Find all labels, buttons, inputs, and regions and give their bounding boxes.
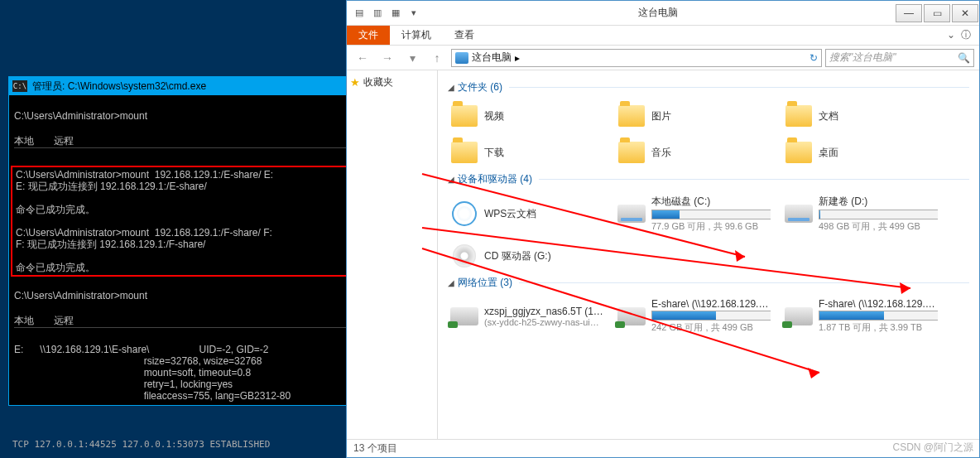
favorites-header[interactable]: ★ 收藏夹	[350, 75, 434, 89]
folder-icon	[785, 105, 812, 127]
cmd-line: C:\Users\Administrator>mount	[14, 110, 147, 122]
ribbon-tabs: 文件 计算机 查看 ⌄ ⓘ	[347, 26, 979, 46]
netloc-eshare[interactable]: E-share\ (\\192.168.129.1) (E:)242 GB 可用…	[615, 296, 772, 335]
search-input[interactable]: 搜索"这台电脑" 🔍	[825, 49, 974, 67]
background-text: TCP 127.0.0.1:44525 127.0.0.1:53073 ESTA…	[12, 439, 270, 450]
cmd-line: C:\Users\Administrator>mount 192.168.129…	[16, 227, 272, 239]
qat-newfolder-icon[interactable]: ▦	[388, 6, 403, 21]
maximize-button[interactable]: ▭	[924, 4, 950, 22]
cmd-line: retry=1, locking=yes	[14, 378, 233, 390]
qat-dropdown-icon[interactable]: ▾	[406, 6, 421, 21]
address-bar[interactable]: 这台电脑 ▸ ↻	[451, 49, 822, 67]
network-drive-icon	[450, 307, 478, 325]
explorer-titlebar[interactable]: ▤ ▥ ▦ ▾ 这台电脑 — ▭ ✕	[347, 1, 979, 26]
cloud-icon	[452, 201, 477, 226]
minimize-button[interactable]: —	[896, 4, 922, 22]
folder-icon	[785, 142, 812, 163]
cmd-line: E: \\192.168.129.1\E-share\ UID=-2, GID=…	[14, 344, 269, 355]
collapse-icon: ◢	[448, 83, 454, 92]
folder-icon	[618, 105, 645, 127]
folder-pictures[interactable]: 图片	[615, 101, 772, 131]
usage-bar	[819, 311, 938, 321]
tab-view[interactable]: 查看	[443, 26, 486, 45]
app-icon[interactable]: ▤	[352, 6, 367, 21]
explorer-window: ▤ ▥ ▦ ▾ 这台电脑 — ▭ ✕ 文件 计算机 查看 ⌄ ⓘ ← → ▾ ↑…	[346, 0, 980, 458]
cmd-line: rsize=32768, wsize=32768	[14, 355, 262, 367]
folder-icon	[451, 142, 478, 163]
folder-icon	[451, 105, 478, 127]
group-devices[interactable]: ◢设备和驱动器 (4)	[448, 172, 969, 186]
cmd-line: C:\Users\Administrator>mount 192.168.129…	[16, 169, 273, 181]
window-title: 这台电脑	[421, 6, 895, 20]
cmd-icon: C:\	[12, 80, 27, 92]
ribbon-expand-icon[interactable]: ⌄ ⓘ	[939, 26, 979, 45]
usage-bar	[651, 311, 771, 321]
tab-file[interactable]: 文件	[347, 26, 390, 45]
cmd-line: E: 现已成功连接到 192.168.129.1:/E-share/	[16, 181, 207, 192]
cmd-line: F: 现已成功连接到 192.168.129.1:/F-share/	[16, 239, 205, 250]
content-pane[interactable]: ◢文件夹 (6) 视频 图片 文档 下载 音乐 桌面 ◢设备和驱动器 (4) W…	[438, 70, 979, 439]
folder-videos[interactable]: 视频	[448, 101, 605, 131]
watermark: CSDN @阿门之源	[892, 441, 973, 455]
folder-icon	[618, 142, 645, 163]
search-icon: 🔍	[958, 52, 970, 64]
cmd-title-text: 管理员: C:\Windows\system32\cmd.exe	[27, 80, 365, 94]
qat-properties-icon[interactable]: ▥	[370, 6, 385, 21]
cmd-line: fileaccess=755, lang=GB2312-80	[14, 390, 291, 402]
group-network[interactable]: ◢网络位置 (3)	[448, 276, 969, 290]
drive-dvd[interactable]: CD 驱动器 (G:)	[448, 241, 605, 271]
drive-d[interactable]: 新建卷 (D:)498 GB 可用 , 共 499 GB	[782, 193, 939, 234]
tab-computer[interactable]: 计算机	[390, 26, 443, 45]
cmd-line: C:\Users\Administrator>mount	[14, 290, 147, 301]
refresh-icon[interactable]: ↻	[809, 52, 818, 64]
search-placeholder: 搜索"这台电脑"	[829, 51, 896, 65]
network-drive-icon	[785, 307, 813, 325]
close-button[interactable]: ✕	[952, 4, 978, 22]
drive-c[interactable]: 本地磁盘 (C:)77.9 GB 可用 , 共 99.6 GB	[615, 193, 772, 234]
collapse-icon: ◢	[448, 278, 454, 287]
back-button[interactable]: ←	[352, 47, 373, 69]
cmd-line: mount=soft, timeout=0.8	[14, 367, 251, 378]
collapse-icon: ◢	[448, 175, 454, 184]
folder-downloads[interactable]: 下载	[448, 137, 605, 167]
cmd-line: 命令已成功完成。	[16, 204, 95, 215]
usage-bar	[819, 210, 938, 219]
forward-button[interactable]: →	[377, 47, 398, 69]
drive-icon	[617, 205, 646, 223]
nav-toolbar: ← → ▾ ↑ 这台电脑 ▸ ↻ 搜索"这台电脑" 🔍	[347, 46, 979, 70]
nav-pane[interactable]: ★ 收藏夹	[347, 70, 438, 439]
group-folders[interactable]: ◢文件夹 (6)	[448, 80, 969, 94]
recent-dropdown-icon[interactable]: ▾	[401, 47, 423, 69]
breadcrumb-chevron-icon[interactable]: ▸	[515, 52, 520, 64]
status-bar: 13 个项目	[347, 439, 979, 457]
network-drive-icon	[617, 307, 646, 325]
usage-bar	[651, 210, 771, 219]
netloc-fshare[interactable]: F-share\ (\\192.168.129.1) (F:)1.87 TB 可…	[782, 296, 939, 335]
folder-documents[interactable]: 文档	[782, 101, 939, 131]
device-wps[interactable]: WPS云文档	[448, 193, 605, 234]
breadcrumb-segment[interactable]: 这台电脑	[472, 51, 512, 65]
cmd-line: 命令已成功完成。	[16, 262, 95, 273]
netloc-nas[interactable]: xzspj_ggjyzx_nas6.5T (10.0.13.40)(sx-ydd…	[448, 296, 605, 335]
folder-desktop[interactable]: 桌面	[782, 137, 939, 167]
drive-icon	[785, 205, 813, 223]
favorites-label: 收藏夹	[363, 75, 393, 89]
folder-music[interactable]: 音乐	[615, 137, 772, 167]
computer-icon	[455, 52, 468, 64]
dvd-icon	[453, 244, 476, 268]
star-icon: ★	[350, 76, 360, 89]
up-button[interactable]: ↑	[426, 47, 448, 69]
